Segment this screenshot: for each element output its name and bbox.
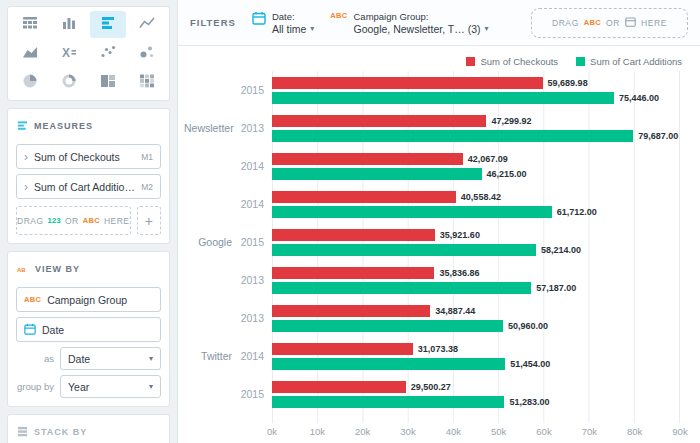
viz-type-bar-chart[interactable]: [90, 11, 127, 38]
cart-additions-bar[interactable]: [272, 244, 536, 256]
viz-type-treemap[interactable]: [90, 69, 127, 96]
calendar-icon: [24, 321, 36, 339]
row-label: Twitter2014: [186, 350, 272, 362]
area-chart-icon: [22, 44, 38, 64]
view-by-item-date[interactable]: Date: [16, 317, 161, 342]
analytical-designer-app: X: [0, 0, 700, 443]
bar-pair: 31,073.3851,454.00: [272, 343, 680, 370]
bar-line: 79,687.00: [272, 130, 680, 142]
dropzone-text: DRAG: [552, 18, 579, 28]
bar-value-label: 35,836.86: [439, 268, 479, 278]
row-label: 2015: [186, 388, 272, 400]
bar-pair: 42,067.0946,215.00: [272, 153, 680, 180]
bar-value-label: 59,689.98: [548, 78, 588, 88]
group-by-label: group by: [16, 381, 54, 392]
chart-legend: Sum of CheckoutsSum of Cart Additions: [186, 51, 692, 71]
chart-plot: 201559,689.9875,446.00Newsletter201347,2…: [186, 71, 692, 423]
cart-additions-bar[interactable]: [272, 168, 482, 180]
measure-item-checkouts[interactable]: › Sum of Checkouts M1: [16, 144, 161, 169]
x-tick-label: 0k: [267, 426, 277, 437]
cart-additions-bar[interactable]: [272, 130, 633, 142]
bar-pair: 59,689.9875,446.00: [272, 77, 680, 104]
measure-item-cart-additions[interactable]: › Sum of Cart Additions M2: [16, 174, 161, 199]
cart-additions-bar[interactable]: [272, 396, 504, 408]
viz-type-bubble-chart[interactable]: [128, 40, 165, 67]
chart-row: Newsletter201347,299.9279,687.00: [186, 109, 692, 147]
checkouts-bar[interactable]: [272, 77, 543, 89]
abc-badge: ABC: [83, 216, 100, 225]
date-dimension-select[interactable]: Date ▾: [60, 347, 161, 370]
view-by-item-campaign-group[interactable]: ABC Campaign Group: [16, 287, 161, 312]
viz-type-donut-chart[interactable]: [51, 69, 88, 96]
checkouts-bar[interactable]: [272, 153, 463, 165]
viz-type-headline[interactable]: X: [51, 40, 88, 67]
year-label: 2014: [239, 198, 264, 210]
checkouts-bar[interactable]: [272, 343, 413, 355]
measure-dropzone[interactable]: DRAG 123 OR ABC HERE: [16, 206, 131, 235]
chart-row: 201334,887.4450,960.00: [186, 299, 692, 337]
dropzone-text: HERE: [104, 216, 130, 226]
checkouts-bar[interactable]: [272, 381, 406, 393]
dropzone-text: HERE: [641, 18, 667, 28]
filter-dropzone[interactable]: DRAG ABC OR HERE: [531, 8, 688, 38]
measure-badge: M2: [141, 182, 153, 192]
x-tick-label: 40k: [446, 426, 461, 437]
bar-line: 75,446.00: [272, 92, 680, 104]
viz-type-scatter-plot[interactable]: [90, 40, 127, 67]
campaign-group-filter[interactable]: ABC Campaign Group: Google, Newsletter, …: [330, 11, 488, 35]
viz-type-area-chart[interactable]: [12, 40, 49, 67]
checkouts-bar[interactable]: [272, 267, 434, 279]
svg-text:AB: AB: [17, 267, 26, 273]
legend-item[interactable]: Sum of Checkouts: [466, 56, 558, 67]
dropzone-text: DRAG: [17, 216, 44, 226]
year-label: 2014: [239, 160, 264, 172]
bar-value-label: 79,687.00: [638, 131, 678, 141]
checkouts-bar[interactable]: [272, 191, 456, 203]
legend-swatch: [576, 57, 585, 66]
bar-chart: Sum of CheckoutsSum of Cart Additions 20…: [178, 46, 700, 443]
stack-by-icon: [17, 423, 28, 441]
bar-value-label: 42,067.09: [468, 154, 508, 164]
viz-type-heatmap[interactable]: [128, 69, 165, 96]
stack-by-panel: STACK BY TO STACK BY AN ATTRIBUTE, AN IN…: [7, 414, 170, 443]
chart-row: 201529,500.2751,283.00: [186, 375, 692, 413]
viz-type-column-chart[interactable]: [51, 11, 88, 38]
x-tick-label: 70k: [582, 426, 597, 437]
bar-value-label: 47,299.92: [491, 116, 531, 126]
x-tick-label: 20k: [355, 426, 370, 437]
granularity-select[interactable]: Year ▾: [60, 375, 161, 398]
row-label: Newsletter2013: [186, 122, 272, 134]
chevron-down-icon: ▾: [310, 24, 314, 33]
x-tick-label: 60k: [536, 426, 551, 437]
date-filter[interactable]: Date: All time ▾: [252, 11, 314, 35]
checkouts-bar[interactable]: [272, 229, 435, 241]
cart-additions-bar[interactable]: [272, 92, 614, 104]
bar-value-label: 51,454.00: [510, 359, 550, 369]
cart-additions-bar[interactable]: [272, 358, 505, 370]
year-label: 2013: [239, 312, 264, 324]
bar-line: 57,187.00: [272, 282, 680, 294]
chart-row: Twitter201431,073.3851,454.00: [186, 337, 692, 375]
year-label: 2015: [239, 84, 264, 96]
viz-type-line-chart[interactable]: [128, 11, 165, 38]
bar-pair: 35,836.8657,187.00: [272, 267, 680, 294]
date-filter-value: All time: [272, 23, 306, 35]
dropzone-text: OR: [606, 18, 620, 28]
cart-additions-bar[interactable]: [272, 320, 503, 332]
checkouts-bar[interactable]: [272, 305, 430, 317]
x-tick-label: 80k: [627, 426, 642, 437]
bar-line: 51,283.00: [272, 396, 680, 408]
bar-line: 35,836.86: [272, 267, 680, 279]
chart-axis: 0k10k20k30k40k50k60k70k80k90k: [272, 423, 680, 439]
year-label: 2015: [239, 236, 264, 248]
bar-line: 59,689.98: [272, 77, 680, 89]
cart-additions-bar[interactable]: [272, 282, 531, 294]
checkouts-bar[interactable]: [272, 115, 486, 127]
legend-item[interactable]: Sum of Cart Additions: [576, 56, 682, 67]
bar-value-label: 40,558.42: [461, 192, 501, 202]
add-measure-button[interactable]: +: [137, 206, 161, 235]
viz-type-table[interactable]: [12, 11, 49, 38]
viz-type-pie-chart[interactable]: [12, 69, 49, 96]
main-area: FILTERS Date: All time ▾ ABC Campaign Gr…: [178, 0, 700, 443]
cart-additions-bar[interactable]: [272, 206, 552, 218]
